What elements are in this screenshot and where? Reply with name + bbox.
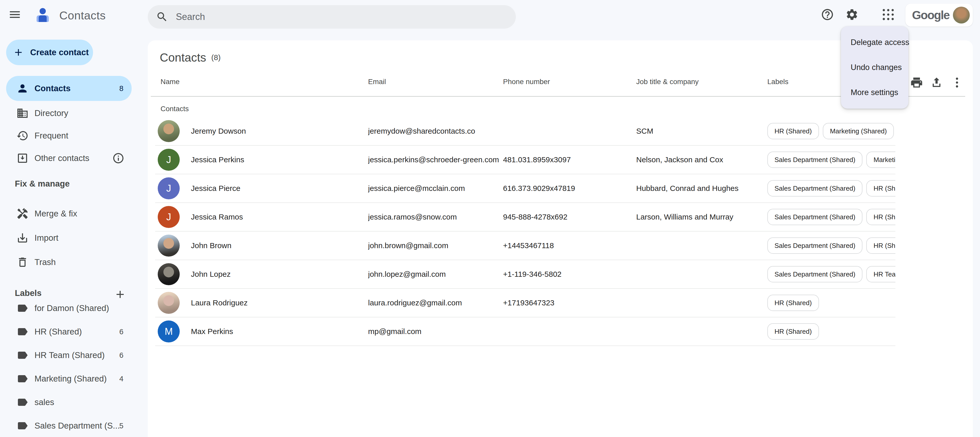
sidebar-item-label: Directory <box>35 108 68 118</box>
create-contact-button[interactable]: Create contact <box>6 40 93 65</box>
label-chip[interactable]: HR (Shared) <box>866 180 896 197</box>
avatar-cell <box>155 292 191 314</box>
info-icon[interactable] <box>112 152 124 164</box>
cell-phone: 481.031.8959x3097 <box>503 156 636 164</box>
contacts-group-label: Contacts <box>161 105 189 113</box>
label-chip[interactable]: HR (Shared) <box>767 295 819 311</box>
sidebar-label-count: 6 <box>119 351 124 359</box>
sidebar-label-marketing-shared-[interactable]: Marketing (Shared)4 <box>6 367 132 390</box>
person-icon <box>16 82 29 95</box>
sidebar-label-name: for Damon (Shared) <box>35 304 109 313</box>
cell-name: Jessica Pierce <box>191 184 368 193</box>
sidebar-item-label: Merge & fix <box>35 209 77 218</box>
menu-item-undo-changes[interactable]: Undo changes <box>841 55 908 80</box>
sidebar-label-hr-team-shared-[interactable]: HR Team (Shared)6 <box>6 344 132 367</box>
more-vert-icon[interactable] <box>950 76 964 89</box>
label-chip[interactable]: HR (Shared) <box>767 123 819 139</box>
cell-phone: +1-119-346-5802 <box>503 270 636 278</box>
print-icon[interactable] <box>910 76 923 89</box>
label-chip[interactable]: Marketing (Shared) <box>823 123 894 139</box>
label-chip[interactable]: Sales Department (Shared) <box>767 151 862 168</box>
sidebar-item-contacts[interactable]: Contacts8 <box>6 76 132 101</box>
cell-labels: Sales Department (Shared)HR (Shared) <box>767 180 896 197</box>
sidebar-item-label: Import <box>35 233 59 243</box>
sidebar: Create contact Contacts8DirectoryFrequen… <box>0 0 148 437</box>
label-chip[interactable]: Marketing (Shared) <box>866 151 896 168</box>
label-icon <box>16 326 29 338</box>
label-chip[interactable]: Sales Department (Shared) <box>767 237 862 254</box>
cell-email: jessica.pierce@mcclain.com <box>368 184 503 193</box>
menu-item-more-settings[interactable]: More settings <box>841 80 908 105</box>
cell-email: jessica.ramos@snow.com <box>368 213 503 221</box>
label-chip[interactable]: HR (Shared) <box>767 323 819 340</box>
sidebar-item-label: Frequent <box>35 131 68 141</box>
search-bar[interactable] <box>148 5 516 29</box>
contact-row[interactable]: MMax Perkinsmp@gmail.comHR (Shared) <box>155 318 896 346</box>
sidebar-label-sales-department-s-[interactable]: Sales Department (S...5 <box>6 415 132 437</box>
sidebar-label-name: Sales Department (S... <box>35 421 120 431</box>
import-icon <box>16 232 29 244</box>
sidebar-label-for-damon-shared-[interactable]: for Damon (Shared) <box>6 297 132 319</box>
sidebar-label-name: HR (Shared) <box>35 327 82 337</box>
export-icon[interactable] <box>930 76 943 89</box>
avatar-cell: J <box>155 149 191 171</box>
cell-name: Max Perkins <box>191 327 368 336</box>
contact-row[interactable]: JJessica Ramosjessica.ramos@snow.com945-… <box>155 203 896 232</box>
sidebar-item-other-contacts[interactable]: Other contacts <box>6 147 132 169</box>
cell-job: Nelson, Jackson and Cox <box>636 156 767 164</box>
contact-row[interactable]: John Brownjohn.brown@gmail.com+144534671… <box>155 232 896 260</box>
sidebar-label-count: 5 <box>119 422 124 430</box>
trash-icon <box>16 256 29 269</box>
sidebar-label-count: 4 <box>119 375 124 383</box>
settings-gear-icon[interactable] <box>845 8 859 21</box>
contact-row[interactable]: JJessica Piercejessica.pierce@mcclain.co… <box>155 174 896 203</box>
sidebar-item-frequent[interactable]: Frequent <box>6 124 132 147</box>
label-chip[interactable]: HR Team (Shared) <box>866 266 896 282</box>
column-header-job-title-company: Job title & company <box>636 76 767 87</box>
label-icon <box>16 396 29 408</box>
label-icon <box>16 420 29 432</box>
cell-labels: HR (Shared)Marketing (Shared) <box>767 123 896 139</box>
cell-job: SCM <box>636 127 767 135</box>
apps-grid-icon[interactable] <box>881 8 895 21</box>
contact-row[interactable]: JJessica Perkinsjessica.perkins@schroede… <box>155 146 896 174</box>
cell-labels: Sales Department (Shared)Marketing (Shar… <box>767 151 896 168</box>
contact-row[interactable]: Jeremy Dowsonjeremydow@sharedcontacts.co… <box>155 117 896 146</box>
avatar-initial: J <box>158 177 180 199</box>
search-input[interactable] <box>176 9 516 25</box>
menu-item-delegate-access[interactable]: Delegate access <box>841 30 908 55</box>
column-header-phone-number: Phone number <box>503 76 636 87</box>
sidebar-label-hr-shared-[interactable]: HR (Shared)6 <box>6 321 132 343</box>
cell-email: jessica.perkins@schroeder-green.com <box>368 156 503 164</box>
google-logo: Google <box>912 8 949 22</box>
contact-count-badge: (8) <box>212 53 221 62</box>
label-chip[interactable]: Sales Department (Shared) <box>767 180 862 197</box>
column-header-name: Name <box>155 76 368 87</box>
label-chip[interactable]: Sales Department (Shared) <box>767 266 862 282</box>
cell-phone: +17193647323 <box>503 299 636 307</box>
help-icon[interactable] <box>821 8 834 21</box>
cell-job: Larson, Williams and Murray <box>636 213 767 221</box>
column-header-email: Email <box>368 76 503 87</box>
label-icon <box>16 349 29 361</box>
user-avatar[interactable] <box>953 6 970 24</box>
label-chip[interactable]: HR (Shared) <box>866 237 896 254</box>
contact-row[interactable]: John Lopezjohn.lopez@gmail.com+1-119-346… <box>155 260 896 289</box>
avatar-cell: J <box>155 177 191 199</box>
sidebar-label-name: HR Team (Shared) <box>35 350 105 360</box>
sidebar-label-sales[interactable]: sales <box>6 391 132 413</box>
sidebar-item-import[interactable]: Import <box>6 227 132 249</box>
cell-phone: +14453467118 <box>503 241 636 250</box>
label-chip[interactable]: Sales Department (Shared) <box>767 209 862 225</box>
cell-name: Jessica Ramos <box>191 213 368 221</box>
avatar-initial: M <box>158 321 180 342</box>
contact-row[interactable]: Laura Rodriguezlaura.rodriguez@gmail.com… <box>155 289 896 318</box>
account-chip[interactable]: Google <box>905 3 973 27</box>
sidebar-item-trash[interactable]: Trash <box>6 251 132 273</box>
label-chip[interactable]: HR (Shared) <box>866 209 896 225</box>
cell-name: John Lopez <box>191 270 368 278</box>
create-contact-label: Create contact <box>30 48 89 57</box>
avatar-cell: M <box>155 321 191 342</box>
sidebar-item-merge-fix[interactable]: Merge & fix <box>6 202 132 225</box>
sidebar-item-directory[interactable]: Directory <box>6 102 132 124</box>
